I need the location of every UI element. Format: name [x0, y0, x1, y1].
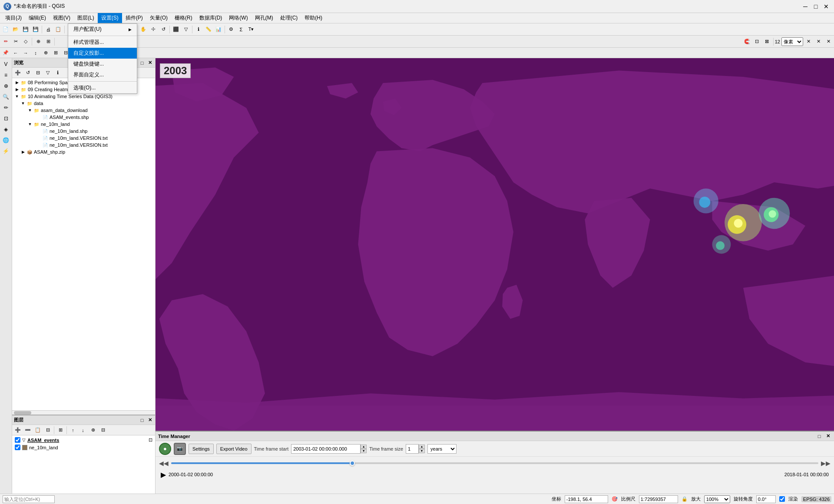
menu-raster[interactable]: 栅格(R) — [171, 13, 196, 23]
tm-camera-button[interactable]: 📷 — [174, 443, 186, 455]
layer-check-asam[interactable] — [15, 437, 20, 443]
coordinate-input[interactable] — [565, 495, 608, 503]
layer-expand-btn[interactable]: ⊕ — [88, 425, 98, 435]
measure-button[interactable]: 📏 — [204, 25, 213, 34]
dropdown-style-manager[interactable]: 样式管理器... — [68, 37, 137, 48]
nav-btn3[interactable]: ↕ — [31, 48, 40, 58]
toggle-asam-zip[interactable]: ▶ — [20, 150, 26, 154]
menu-vector[interactable]: 矢量(O) — [146, 13, 171, 23]
toggle-ne10m[interactable]: ▼ — [27, 122, 33, 126]
nav-btn5[interactable]: ⊞ — [51, 48, 60, 58]
node-btn[interactable]: ⊠ — [762, 37, 772, 46]
tm-frame-size-down[interactable]: ▼ — [419, 449, 425, 453]
side-icon-6[interactable]: ⊡ — [1, 113, 11, 124]
tm-record-button[interactable]: ● — [159, 443, 171, 455]
dropdown-options[interactable]: 选项(O)... — [68, 82, 137, 93]
toggle-folder09[interactable]: ▶ — [14, 87, 20, 92]
pan-to-button[interactable]: ☩ — [149, 25, 158, 34]
x-btn2[interactable]: ✕ — [814, 37, 823, 46]
side-icon-2[interactable]: ≡ — [1, 70, 11, 80]
stats-button[interactable]: 📊 — [214, 25, 223, 34]
compose-button[interactable]: 📋 — [53, 25, 63, 34]
render-checkbox[interactable] — [779, 496, 785, 502]
label-button[interactable]: T▾ — [246, 25, 256, 34]
browser-filter-btn[interactable]: ⊟ — [33, 68, 43, 78]
menu-help[interactable]: 帮助(H) — [301, 13, 326, 23]
tm-minimize-btn[interactable]: □ — [816, 433, 823, 440]
pan-button[interactable]: ✋ — [139, 25, 148, 34]
toggle-folder08[interactable]: ▶ — [14, 80, 20, 85]
menu-settings[interactable]: 设置(S) — [98, 13, 122, 23]
tm-play-button[interactable]: ▶ — [161, 471, 166, 479]
layer-filter-btn[interactable]: ⊟ — [43, 425, 53, 435]
layer-open-attr-btn[interactable]: 📋 — [33, 425, 43, 435]
print-button[interactable]: 🖨 — [43, 25, 53, 34]
layer-minimize-btn[interactable]: □ — [139, 417, 146, 424]
close-button[interactable]: ✕ — [822, 2, 831, 11]
nav-btn1[interactable]: ← — [11, 48, 20, 58]
font-size-select[interactable]: 像素 — [781, 37, 803, 46]
tree-item-asam-shp[interactable]: 📄 ASAM_events.shp — [13, 114, 154, 121]
menu-database[interactable]: 数据库(D) — [196, 13, 226, 23]
menu-process[interactable]: 处理(C) — [277, 13, 301, 23]
dropdown-custom-proj[interactable]: 自定义投影... — [68, 48, 137, 59]
layer-down-btn[interactable]: ↓ — [78, 425, 88, 435]
layer-close-btn[interactable]: ✕ — [146, 417, 153, 424]
browser-hscrollbar[interactable] — [12, 410, 155, 415]
scale-input[interactable] — [639, 495, 678, 503]
side-icon-1[interactable]: V — [1, 59, 11, 69]
tm-settings-button[interactable]: Settings — [189, 444, 214, 454]
tree-item-ne10m-ver1[interactable]: 📄 ne_10m_land.VERSION.txt — [13, 135, 154, 142]
digitize-btn[interactable]: ◇ — [21, 37, 30, 46]
open-project-button[interactable]: 📂 — [11, 25, 20, 34]
browser-tree[interactable]: ▶ 📁 08 Performing Spatial Queries (QGIS3… — [12, 78, 155, 410]
topology-btn[interactable]: ⊞ — [43, 37, 53, 46]
dropdown-keyboard[interactable]: 键盘快捷键... — [68, 59, 137, 69]
tm-slider-thumb[interactable] — [350, 461, 355, 466]
tree-item-ne10m-ver2[interactable]: 📄 ne_10m_land.VERSION.txt — [13, 142, 154, 148]
vertex-btn[interactable]: ⊡ — [752, 37, 762, 46]
browser-refresh-btn[interactable]: ↺ — [23, 68, 33, 78]
layer-item-asam[interactable]: ▽ ASAM_events ⊡ — [13, 436, 154, 444]
toggle-data[interactable]: ▼ — [20, 101, 26, 105]
cross-btn[interactable]: ✕ — [804, 37, 813, 46]
menu-plugins[interactable]: 插件(P) — [122, 13, 146, 23]
layer-item-ne10m[interactable]: ne_10m_land — [13, 444, 154, 451]
tm-frame-start-down[interactable]: ▼ — [361, 449, 367, 453]
tm-slider-track[interactable] — [171, 462, 818, 464]
tm-frame-size-input[interactable] — [406, 444, 419, 454]
magnet-icon[interactable]: 🧲 — [742, 37, 752, 46]
select2-button[interactable]: ▽ — [181, 25, 191, 34]
tm-prev-button[interactable]: ◀◀ — [159, 460, 169, 467]
side-icon-8[interactable]: 🌐 — [1, 135, 11, 145]
side-icon-9[interactable]: ⚡ — [1, 146, 11, 156]
side-icon-4[interactable]: 🔍 — [1, 92, 11, 102]
refresh-button[interactable]: ↺ — [159, 25, 168, 34]
calc-button[interactable]: Σ — [236, 25, 246, 34]
x-btn3[interactable]: ✕ — [824, 37, 833, 46]
tree-item-asam-zip[interactable]: ▶ 📦 ASAM_shp.zip — [13, 148, 154, 155]
menu-view[interactable]: 视图(V) — [50, 13, 74, 23]
identify-button[interactable]: ℹ — [194, 25, 203, 34]
menu-mesh[interactable]: 网孔(M) — [252, 13, 277, 23]
nav-btn4[interactable]: ⊕ — [41, 48, 50, 58]
tm-frame-size-up[interactable]: ▲ — [419, 445, 425, 449]
side-icon-5[interactable]: ✏ — [1, 102, 11, 113]
layer-check-ne10m[interactable] — [15, 445, 20, 450]
toggle-asam-data[interactable]: ▼ — [27, 108, 33, 112]
maximize-button[interactable]: □ — [811, 2, 820, 11]
rotation-input[interactable] — [756, 495, 776, 503]
zoom-select[interactable]: 100% — [704, 495, 730, 503]
menu-edit[interactable]: 编辑(E) — [25, 13, 50, 23]
browser-minimize-btn[interactable]: □ — [139, 59, 146, 66]
tm-next-button[interactable]: ▶▶ — [821, 460, 831, 467]
tree-item-data[interactable]: ▼ 📁 data — [13, 100, 154, 107]
tree-item-folder10[interactable]: ▼ 📁 10 Animating Time Series Data (QGIS3… — [13, 93, 154, 100]
tm-frame-start-input[interactable] — [291, 444, 361, 454]
minimize-button[interactable]: ─ — [801, 2, 810, 11]
pin-btn[interactable]: 📌 — [1, 48, 10, 58]
tm-unit-select[interactable]: seconds minutes hours days weeks months … — [427, 444, 457, 454]
nav-btn2[interactable]: → — [21, 48, 30, 58]
tm-frame-start-spinner[interactable]: ▲ ▼ — [361, 445, 367, 453]
tm-export-button[interactable]: Export Video — [216, 444, 252, 454]
